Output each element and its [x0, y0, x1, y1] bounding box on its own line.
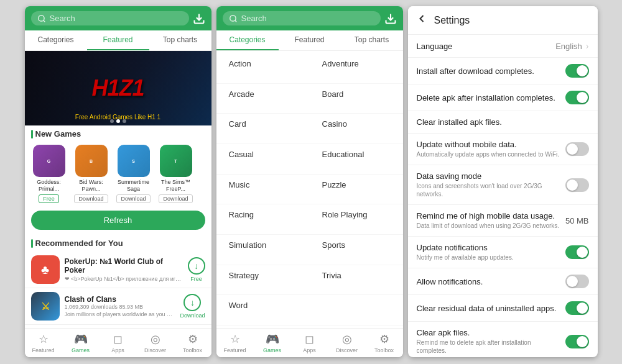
nav-apps-2[interactable]: ◻ Apps [291, 329, 328, 357]
nav-icon-toolbox-1: ⚙ [188, 332, 198, 346]
settings-item-right-install_after_download [565, 64, 589, 78]
settings-item-clear_residual[interactable]: Clear residual data of uninstalled apps. [408, 295, 598, 322]
rec-name-poker: PokerUp: №1 World Club of Poker [65, 257, 183, 275]
cat-left-8[interactable]: Word [216, 295, 310, 325]
settings-item-left-language: Language [417, 42, 551, 51]
rec-item-0[interactable]: ♣ PokerUp: №1 World Club of Poker ❤ <b>P… [25, 252, 211, 288]
screen1-featured: Search Categories Featured Top charts H1… [25, 6, 211, 357]
cat-left-1[interactable]: Arcade [216, 84, 310, 114]
cat-right-6[interactable]: Sports [310, 235, 403, 265]
mb-value-remind_mobile_data: 50 MB [565, 216, 589, 225]
search-input-2[interactable]: Search [223, 11, 381, 25]
tab-topcharts-2[interactable]: Top charts [341, 30, 403, 50]
settings-item-remind_mobile_data[interactable]: Remind me of high mobile data usage.Data… [408, 205, 598, 237]
nav-apps-1[interactable]: ◻ Apps [100, 329, 137, 357]
nav-games-1[interactable]: 🎮 Games [62, 329, 100, 357]
settings-item-left-clear_residual: Clear residual data of uninstalled apps. [417, 304, 560, 313]
tab-categories-1[interactable]: Categories [25, 30, 87, 50]
back-arrow[interactable] [415, 12, 428, 28]
rec-item-1[interactable]: ⚔ Clash of Clans 1,069,309 downloads 85.… [25, 288, 211, 325]
toggle-knob-clear_apk_files [577, 336, 588, 347]
game-item-2[interactable]: S Summertime Saga Download [114, 145, 153, 203]
settings-item-title-update_without_mobile: Update without mobile data. [417, 140, 560, 149]
cat-right-2[interactable]: Casino [310, 114, 403, 144]
settings-item-update_notifications[interactable]: Update notificationsNotify me of availab… [408, 237, 598, 268]
cat-right-0[interactable]: Adventure [310, 53, 403, 84]
settings-item-language[interactable]: LanguageEnglish› [408, 35, 598, 58]
nav-icon-discover-2: ◎ [342, 332, 352, 346]
settings-item-left-remind_mobile_data: Remind me of high mobile data usage.Data… [417, 211, 560, 230]
toggle-update_without_mobile[interactable] [565, 142, 589, 156]
nav-games-2[interactable]: 🎮 Games [254, 329, 291, 357]
cat-left-0[interactable]: Action [216, 53, 310, 84]
toggle-install_after_download[interactable] [565, 64, 589, 78]
cat-left-5[interactable]: Racing [216, 204, 310, 235]
game-item-1[interactable]: B Bid Wars: Pawn... Download [72, 145, 111, 203]
banner-title: H1Z1 [91, 75, 144, 101]
settings-item-data_saving[interactable]: Data saving modeIcons and screenshots wo… [408, 165, 598, 205]
settings-title: Settings [434, 15, 470, 26]
settings-item-install_after_download[interactable]: Install after download completes. [408, 58, 598, 84]
search-input-1[interactable]: Search [31, 11, 189, 25]
toggle-delete_apk[interactable] [565, 91, 589, 104]
nav-icon-discover-1: ◎ [151, 332, 160, 346]
nav-featured-2[interactable]: ☆ Featured [216, 329, 254, 357]
cat-left-2[interactable]: Card [216, 114, 310, 144]
download-icon-2[interactable] [384, 12, 397, 25]
game-item-0[interactable]: G Goddess: Primal... Free [30, 145, 68, 203]
nav-discover-1[interactable]: ◎ Discover [137, 329, 174, 357]
game-btn-0[interactable]: Free [39, 194, 59, 203]
game-btn-3[interactable]: Download [159, 194, 192, 203]
cat-left-7[interactable]: Strategy [216, 265, 310, 296]
game-btn-1[interactable]: Download [74, 194, 108, 203]
settings-item-allow_notifications[interactable]: Allow notifications. [408, 268, 598, 295]
tab-categories-2[interactable]: Categories [216, 30, 279, 50]
nav-toolbox-2[interactable]: ⚙ Toolbox [366, 329, 403, 357]
game-icon-1: B [75, 145, 108, 177]
game-item-3[interactable]: T The Sims™ FreeP... Download [157, 145, 195, 203]
game-name-1: Bid Wars: Pawn... [72, 179, 111, 193]
cat-right-5[interactable]: Role Playing [310, 204, 403, 235]
toggle-knob-data_saving [567, 180, 578, 191]
refresh-button[interactable]: Refresh [31, 211, 205, 230]
game-name-0: Goddess: Primal... [30, 179, 68, 193]
download-icon-1[interactable] [193, 12, 205, 25]
tab-topcharts-1[interactable]: Top charts [149, 30, 211, 50]
cat-right-1[interactable]: Board [310, 84, 403, 114]
settings-item-update_without_mobile[interactable]: Update without mobile data.Automatically… [408, 134, 598, 165]
settings-item-title-delete_apk: Delete apk after installation completes. [417, 93, 560, 102]
settings-item-clear_apk_files[interactable]: Clear apk files.Remind me to delete apk … [408, 322, 598, 357]
nav-icon-apps-2: ◻ [305, 332, 314, 346]
tab-featured-2[interactable]: Featured [279, 30, 341, 50]
nav-toolbox-1[interactable]: ⚙ Toolbox [174, 329, 211, 357]
game-btn-2[interactable]: Download [116, 194, 150, 203]
toggle-knob-update_notifications [577, 247, 588, 258]
settings-item-delete_apk[interactable]: Delete apk after installation completes. [408, 84, 598, 111]
cat-left-3[interactable]: Casual [216, 144, 310, 175]
toggle-data_saving[interactable] [565, 178, 589, 192]
nav-featured-1[interactable]: ☆ Featured [25, 329, 62, 357]
toggle-clear_residual[interactable] [565, 301, 589, 315]
tab-featured-1[interactable]: Featured [87, 30, 149, 50]
bottom-nav-2: ☆ Featured 🎮 Games ◻ Apps ◎ Discover ⚙ T… [216, 328, 403, 357]
nav-discover-2[interactable]: ◎ Discover [328, 329, 366, 357]
nav-icon-toolbox-2: ⚙ [379, 332, 389, 346]
cat-right-3[interactable]: Educational [310, 144, 403, 175]
cat-left-6[interactable]: Simulation [216, 235, 310, 265]
toggle-update_notifications[interactable] [565, 245, 589, 259]
cat-right-7[interactable]: Trivia [310, 265, 403, 296]
svg-line-4 [234, 20, 236, 22]
toggle-allow_notifications[interactable] [565, 275, 589, 288]
recommended-title: Recommended for You [25, 235, 211, 252]
settings-item-title-allow_notifications: Allow notifications. [417, 277, 560, 286]
toggle-clear_apk_files[interactable] [565, 335, 589, 348]
cat-left-4[interactable]: Music [216, 175, 310, 205]
settings-item-left-clear_apk_files: Clear apk files.Remind me to delete apk … [417, 328, 560, 355]
cat-right-4[interactable]: Puzzle [310, 175, 403, 205]
settings-item-right-data_saving [565, 178, 589, 192]
nav-icon-apps-1: ◻ [113, 332, 123, 346]
rec-action-poker[interactable]: ↓ Free [188, 257, 205, 282]
search-icon-1 [37, 14, 46, 23]
rec-action-clash[interactable]: ↓ Download [180, 294, 205, 319]
settings-item-sub-remind_mobile_data: Data limit of download when using 2G/3G … [417, 222, 560, 230]
